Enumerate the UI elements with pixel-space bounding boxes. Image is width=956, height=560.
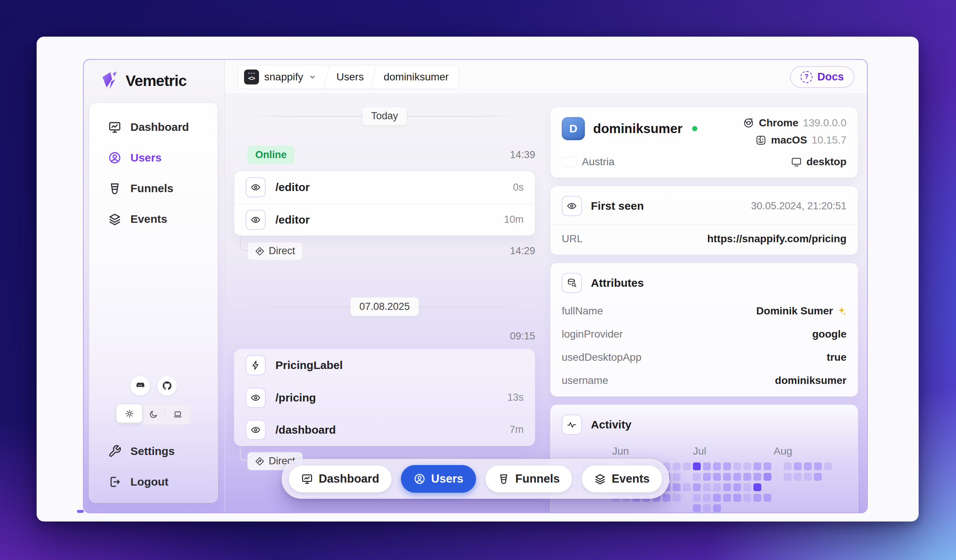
heatmap-cell[interactable]	[703, 494, 711, 502]
heatmap-cell[interactable]	[733, 473, 741, 481]
bottomnav-users[interactable]: Users	[401, 465, 476, 493]
heatmap-cell[interactable]	[814, 504, 822, 512]
heatmap-cell[interactable]	[774, 473, 781, 481]
heatmap-cell[interactable]	[582, 504, 590, 512]
heatmap-cell[interactable]	[673, 483, 681, 491]
heatmap-cell[interactable]	[673, 462, 681, 470]
heatmap-cell[interactable]	[743, 473, 751, 481]
heatmap-cell[interactable]	[562, 504, 569, 512]
sidebar-item-dashboard[interactable]: Dashboard	[93, 113, 214, 141]
heatmap-cell[interactable]	[713, 494, 721, 502]
heatmap-cell[interactable]	[784, 473, 792, 481]
heatmap-cell[interactable]	[713, 483, 721, 491]
heatmap-cell[interactable]	[804, 462, 812, 470]
heatmap-cell[interactable]	[673, 494, 681, 502]
heatmap-cell[interactable]	[784, 494, 792, 502]
heatmap-cell[interactable]	[632, 504, 640, 512]
heatmap-cell[interactable]	[673, 473, 681, 481]
theme-system-button[interactable]	[165, 406, 189, 423]
github-button[interactable]	[157, 376, 177, 396]
heatmap-cell[interactable]	[612, 504, 620, 512]
discord-button[interactable]	[130, 376, 150, 396]
sidebar-item-settings[interactable]: Settings	[93, 437, 214, 466]
heatmap-cell[interactable]	[713, 504, 721, 512]
theme-light-button[interactable]	[116, 404, 142, 423]
heatmap-cell[interactable]	[743, 462, 751, 470]
pageview-row[interactable]: /pricing 13s	[234, 381, 535, 414]
heatmap-cell[interactable]	[703, 462, 711, 470]
heatmap-cell[interactable]	[693, 494, 701, 502]
heatmap-cell[interactable]	[824, 462, 832, 470]
heatmap-cell[interactable]	[764, 462, 771, 470]
bottomnav-funnels[interactable]: Funnels	[485, 465, 572, 493]
heatmap-cell[interactable]	[703, 483, 711, 491]
heatmap-cell[interactable]	[703, 504, 711, 512]
breadcrumb-project-dropdown[interactable]: <> snappify	[238, 65, 326, 89]
heatmap-cell[interactable]	[663, 504, 670, 512]
heatmap-cell[interactable]	[683, 494, 691, 502]
heatmap-cell[interactable]	[784, 483, 792, 491]
heatmap-cell[interactable]	[622, 504, 630, 512]
heatmap-cell[interactable]	[804, 504, 812, 512]
heatmap-cell[interactable]	[753, 483, 761, 491]
heatmap-cell[interactable]	[753, 494, 761, 502]
heatmap-cell[interactable]	[693, 462, 701, 470]
heatmap-cell[interactable]	[804, 483, 812, 491]
heatmap-cell[interactable]	[733, 504, 741, 512]
heatmap-cell[interactable]	[824, 473, 832, 481]
logo[interactable]: Vemetric	[84, 60, 225, 98]
sidebar-item-funnels[interactable]: Funnels	[93, 174, 214, 203]
heatmap-cell[interactable]	[602, 504, 610, 512]
heatmap-cell[interactable]	[814, 462, 822, 470]
heatmap-cell[interactable]	[753, 504, 761, 512]
heatmap-cell[interactable]	[723, 483, 731, 491]
pageview-row[interactable]: /editor 0s	[234, 171, 535, 203]
first-seen-url[interactable]: https://snappify.com/pricing	[707, 233, 846, 245]
pageview-row[interactable]: /dashboard 7m	[234, 414, 535, 445]
heatmap-cell[interactable]	[814, 473, 822, 481]
heatmap-cell[interactable]	[642, 504, 650, 512]
heatmap-cell[interactable]	[804, 473, 812, 481]
heatmap-cell[interactable]	[693, 473, 701, 481]
heatmap-cell[interactable]	[794, 494, 802, 502]
heatmap-cell[interactable]	[683, 462, 691, 470]
heatmap-cell[interactable]	[814, 483, 822, 491]
heatmap-cell[interactable]	[743, 483, 751, 491]
heatmap-cell[interactable]	[824, 504, 832, 512]
heatmap-cell[interactable]	[703, 473, 711, 481]
heatmap-cell[interactable]	[774, 483, 781, 491]
sidebar-item-logout[interactable]: Logout	[93, 468, 214, 496]
heatmap-cell[interactable]	[733, 483, 741, 491]
heatmap-cell[interactable]	[693, 483, 701, 491]
theme-dark-button[interactable]	[141, 406, 165, 423]
heatmap-cell[interactable]	[824, 494, 832, 502]
heatmap-cell[interactable]	[764, 494, 771, 502]
heatmap-cell[interactable]	[804, 494, 812, 502]
heatmap-cell[interactable]	[653, 504, 660, 512]
docs-button[interactable]: ? Docs	[790, 66, 854, 88]
heatmap-cell[interactable]	[693, 504, 701, 512]
bottomnav-events[interactable]: Events	[582, 465, 663, 493]
heatmap-cell[interactable]	[784, 504, 792, 512]
heatmap-cell[interactable]	[794, 462, 802, 470]
heatmap-cell[interactable]	[794, 473, 802, 481]
sidebar-item-events[interactable]: Events	[93, 205, 214, 233]
heatmap-cell[interactable]	[784, 462, 792, 470]
breadcrumb-current-user[interactable]: dominiksumer	[374, 65, 458, 89]
heatmap-cell[interactable]	[774, 462, 781, 470]
bottomnav-dashboard[interactable]: Dashboard	[289, 465, 392, 493]
heatmap-cell[interactable]	[683, 504, 691, 512]
heatmap-cell[interactable]	[764, 504, 771, 512]
heatmap-cell[interactable]	[723, 494, 731, 502]
heatmap-cell[interactable]	[723, 504, 731, 512]
breadcrumb-section-users[interactable]: Users	[327, 65, 373, 89]
heatmap-cell[interactable]	[774, 494, 781, 502]
heatmap-cell[interactable]	[733, 462, 741, 470]
heatmap-cell[interactable]	[683, 483, 691, 491]
heatmap-cell[interactable]	[753, 462, 761, 470]
heatmap-cell[interactable]	[723, 473, 731, 481]
heatmap-cell[interactable]	[733, 494, 741, 502]
heatmap-cell[interactable]	[713, 473, 721, 481]
sidebar-item-users[interactable]: Users	[93, 143, 214, 172]
heatmap-cell[interactable]	[774, 504, 781, 512]
